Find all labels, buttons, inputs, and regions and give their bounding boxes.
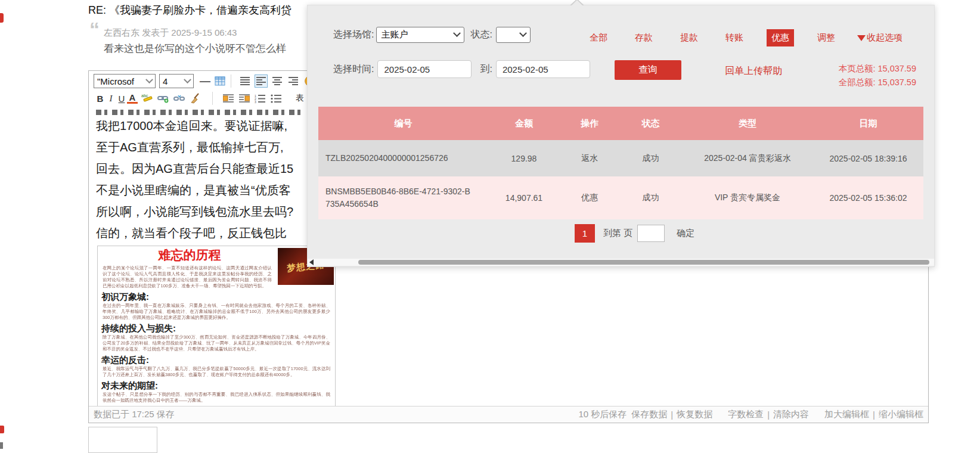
inserted-screenshot-image[interactable]: 难忘的历程 梦想之路 在网上的某个论坛混了一两年、一直不知道还有这样的论坛、这两…	[97, 246, 336, 406]
cell-type: 2025-02-04 富贵彩返水	[682, 140, 813, 176]
tab-withdraw[interactable]: 提款	[680, 32, 698, 44]
remove-link-button[interactable]	[173, 92, 186, 105]
font-size-select[interactable]: 4	[159, 74, 194, 88]
word-count-link[interactable]: 字数检查	[728, 409, 764, 420]
cell-operation: 优惠	[560, 176, 619, 219]
autosave-status: 数据已于 17:25 保存	[94, 409, 175, 420]
enlarge-editor-link[interactable]: 加大编辑框	[824, 409, 869, 420]
bullet-list-icon	[271, 94, 281, 103]
collapse-options[interactable]: 收起选项	[857, 32, 903, 44]
embed-section-body: 最近、我靠运气与手气翻了八九万、赢几万、我已分多笔提款赢了50000多元、最近一…	[103, 366, 330, 378]
ordered-list-icon: 123	[255, 94, 265, 103]
tab-adjust[interactable]: 调整	[817, 32, 835, 44]
embed-section-body: 在过去的一两年里、我一直在万象城娱乐、只要身上有钱、一有时间就会去他家游戏、每个…	[103, 303, 330, 321]
tab-deposit[interactable]: 存款	[635, 32, 653, 44]
table-icon	[215, 76, 225, 86]
spellcheck-button[interactable]: abc	[141, 92, 154, 105]
query-button[interactable]: 查询	[615, 60, 681, 80]
partial-bottom-control[interactable]	[88, 427, 157, 453]
scroll-left-arrow-icon[interactable]	[309, 259, 314, 265]
receipt-upload-help-link[interactable]: 回单上传帮助	[725, 65, 782, 77]
panel-notch	[571, 0, 583, 6]
table-row: TZLB2025020400000001256726 129.98 返水 成功 …	[318, 140, 923, 176]
insert-link-button[interactable]	[157, 92, 170, 105]
cell-type: VIP 贵宾专属奖金	[682, 176, 813, 219]
float-image-right-button[interactable]	[238, 92, 251, 105]
underline-button[interactable]: U	[116, 94, 127, 104]
font-color-button[interactable]: A	[127, 93, 138, 104]
horizontal-scrollbar[interactable]	[308, 259, 934, 266]
venue-select[interactable]: 主账户	[376, 27, 464, 43]
font-family-select[interactable]: "Microsof	[94, 74, 156, 88]
save-data-link[interactable]: 保存数据	[631, 409, 667, 420]
tab-all[interactable]: 全部	[590, 32, 607, 44]
editor-status-bar: 数据已于 17:25 保存 10 秒后保存 保存数据 | 恢复数据 字数检查 |…	[89, 406, 928, 423]
clipped-red-glyph	[0, 426, 4, 433]
ordered-list-button[interactable]: 123	[253, 92, 266, 105]
post-title: RE: 《我骗妻子刷脸办卡，借遍亲友高利贷	[88, 3, 291, 17]
float-image-left-button[interactable]	[222, 92, 235, 105]
col-header-status: 状态	[619, 107, 682, 140]
col-header-operation: 操作	[560, 107, 619, 140]
cell-id: BNSMBB5EB0B46-8B6E-4721-9302-B735A456654…	[318, 176, 488, 219]
horizontal-rule-button[interactable]: —	[200, 75, 210, 88]
embed-intro-text: 在网上的某个论坛混了一两年、一直不知道还有这样的论坛、这两天通过网友介绍认识了这…	[103, 265, 272, 289]
col-header-id: 编号	[318, 107, 488, 140]
quote-author-date: 左西右东 发表于 2025-9-15 06:43	[104, 27, 237, 39]
transaction-record-panel: 选择场馆: 主账户 状态: 全部 存款 提款 转账 优惠 调整 收起选项	[307, 5, 935, 267]
align-justify-button[interactable]	[238, 75, 252, 88]
quote-icon: “	[89, 19, 100, 39]
bullet-list-button[interactable]	[269, 92, 283, 105]
embed-section-heading: 对未来的期望:	[101, 380, 331, 392]
tab-promo-active[interactable]: 优惠	[767, 29, 794, 46]
align-center-button[interactable]	[271, 75, 284, 88]
cell-amount: 14,907.61	[488, 176, 560, 219]
align-left-button[interactable]	[255, 75, 268, 88]
pagination: 1 到第 页 确定	[575, 224, 694, 243]
confirm-button[interactable]: 确定	[677, 228, 694, 239]
table-header-row: 编号 金额 操作 状态 类型 日期	[318, 107, 923, 140]
bold-button[interactable]: B	[95, 94, 106, 104]
svg-text:3: 3	[255, 100, 256, 103]
col-header-date: 日期	[813, 107, 923, 140]
toolbar-divider	[231, 75, 231, 88]
chevron-down-icon	[454, 29, 461, 37]
separator: |	[671, 409, 673, 420]
clipped-red-glyph	[0, 13, 4, 23]
page-total: 本页总额: 15,037.59	[838, 62, 916, 76]
date-to-input[interactable]	[496, 60, 590, 78]
scrollbar-thumb[interactable]	[358, 260, 929, 265]
emoticon-panel-label[interactable]: 表	[296, 93, 304, 104]
goto-page-input[interactable]	[637, 225, 665, 242]
chevron-down-icon	[184, 76, 191, 83]
embed-section-heading: 幸运的反击:	[101, 354, 331, 366]
align-right-button[interactable]	[287, 75, 300, 88]
clear-content-link[interactable]: 清除内容	[773, 409, 809, 420]
embed-title: 难忘的历程	[101, 247, 278, 263]
align-justify-icon	[240, 77, 250, 85]
table-row: BNSMBB5EB0B46-8B6E-4721-9302-B735A456654…	[318, 176, 923, 219]
status-select[interactable]	[496, 27, 531, 43]
italic-button[interactable]: I	[106, 94, 116, 104]
cell-status: 成功	[619, 140, 682, 176]
col-header-type: 类型	[682, 107, 813, 140]
restore-data-link[interactable]: 恢复数据	[677, 409, 712, 420]
insert-table-button[interactable]	[213, 75, 227, 88]
shrink-editor-link[interactable]: 缩小编辑框	[879, 409, 923, 420]
clear-format-button[interactable]	[190, 92, 203, 105]
align-center-icon	[272, 77, 282, 85]
col-header-amount: 金额	[488, 107, 560, 140]
separator: |	[873, 409, 875, 420]
venue-selected-value: 主账户	[381, 29, 408, 41]
separator: |	[767, 409, 770, 420]
clipped-text-line	[96, 110, 305, 115]
align-right-icon	[289, 77, 298, 85]
page-1-button[interactable]: 1	[575, 224, 595, 243]
embed-section-body: 发这个帖子、只是想分享一下我的经历、别的与否都不再重要、我已经进入佛系状态、但如…	[103, 392, 330, 404]
image-right-icon	[239, 94, 250, 103]
date-from-input[interactable]	[377, 60, 472, 78]
triangle-down-icon	[857, 35, 866, 41]
cell-date: 2025-02-05 18:39:16	[813, 140, 923, 176]
tab-transfer[interactable]: 转账	[725, 32, 743, 44]
toolbar-divider	[212, 92, 213, 105]
